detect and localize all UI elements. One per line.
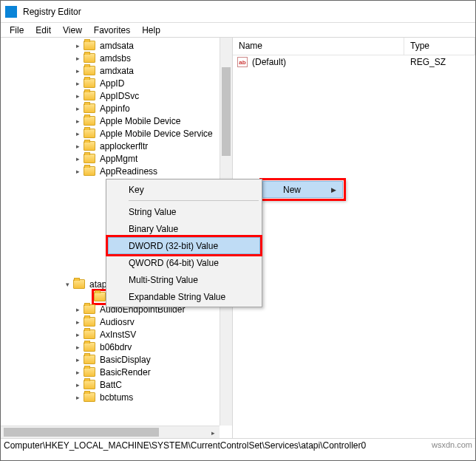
tree-item[interactable]: ▸Appinfo — [1, 102, 232, 115]
tree-item[interactable]: ▸Apple Mobile Device Service — [1, 127, 232, 140]
chevron-right-icon[interactable]: ▸ — [73, 129, 82, 138]
tree-item-label: b06bdrv — [98, 342, 133, 352]
app-icon — [5, 6, 17, 18]
folder-icon — [84, 154, 95, 163]
tree-item[interactable]: ▸BattC — [1, 378, 232, 391]
chevron-right-icon[interactable]: ▸ — [73, 355, 82, 364]
tree-item[interactable]: ▸AppReadiness — [1, 165, 232, 177]
chevron-right-icon[interactable]: ▸ — [73, 54, 82, 63]
chevron-right-icon[interactable]: ▸ — [73, 330, 82, 339]
tree-item[interactable]: ▸applockerfltr — [1, 140, 232, 152]
tree-item-label: amdxata — [98, 66, 135, 76]
tree-item-label: Apple Mobile Device Service — [98, 129, 214, 139]
tree-item-label: amdsata — [98, 41, 135, 51]
tree-item[interactable]: ▸BasicDisplay — [1, 353, 232, 366]
folder-icon — [84, 304, 95, 314]
tree-item-label: AppMgmt — [98, 154, 139, 164]
col-name[interactable]: Name — [233, 38, 404, 55]
tree-item[interactable]: ▸AppMgmt — [1, 152, 232, 165]
chevron-right-icon[interactable]: ▸ — [73, 305, 82, 314]
folder-icon — [84, 355, 95, 364]
chevron-right-icon[interactable]: ▸ — [73, 393, 82, 402]
submenu-item[interactable]: Expandable String Value — [108, 288, 260, 305]
chevron-right-icon[interactable]: ▸ — [73, 66, 82, 75]
folder-icon — [84, 392, 95, 402]
menu-edit[interactable]: Edit — [30, 24, 57, 37]
context-menu-new[interactable]: New ▶ — [262, 181, 343, 198]
col-type[interactable]: Type — [404, 38, 475, 55]
submenu-item-label: Key — [129, 185, 144, 195]
tree-item[interactable]: ▸bcbtums — [1, 391, 232, 403]
chevron-right-icon[interactable]: ▸ — [73, 380, 82, 389]
chevron-right-icon[interactable]: ▸ — [73, 154, 82, 163]
chevron-right-icon[interactable]: ▸ — [73, 79, 82, 88]
chevron-right-icon[interactable]: ▸ — [73, 92, 82, 100]
tree-item-label: AxInstSV — [98, 329, 137, 340]
submenu-item[interactable]: DWORD (32-bit) Value — [108, 237, 260, 254]
folder-icon — [84, 329, 95, 339]
list-row[interactable]: ab (Default) REG_SZ — [233, 55, 475, 69]
tree-item-label: BasicRender — [98, 367, 152, 378]
titlebar: Registry Editor — [1, 1, 475, 23]
submenu-item-label: DWORD (32-bit) Value — [129, 241, 218, 251]
tree-item[interactable]: ▸Apple Mobile Device — [1, 115, 232, 127]
tree-item[interactable]: ▸b06bdrv — [1, 341, 232, 353]
menu-favorites[interactable]: Favorites — [88, 24, 136, 37]
chevron-right-icon[interactable]: ▸ — [73, 41, 82, 50]
folder-icon — [84, 66, 95, 75]
folder-icon — [84, 53, 95, 63]
tree-item[interactable]: ▸AppID — [1, 77, 232, 89]
chevron-right-icon[interactable]: ▸ — [73, 167, 82, 176]
watermark: wsxdn.com — [432, 440, 472, 451]
tree-item[interactable]: ▸BasicRender — [1, 366, 232, 378]
tree-item[interactable]: ▸AxInstSV — [1, 328, 232, 341]
chevron-right-icon[interactable]: ▸ — [73, 104, 82, 113]
submenu-item[interactable]: QWORD (64-bit) Value — [108, 254, 260, 271]
context-menu: New ▶ — [260, 179, 345, 200]
submenu-item[interactable]: String Value — [108, 203, 260, 220]
chevron-right-icon[interactable] — [84, 293, 92, 301]
tree-item-label: BasicDisplay — [98, 355, 152, 365]
tree-scrollbar-horizontal[interactable]: ◂ ▸ — [1, 426, 220, 438]
value-name: (Default) — [252, 57, 406, 67]
chevron-right-icon[interactable]: ▸ — [73, 318, 82, 327]
string-value-icon: ab — [237, 57, 248, 67]
tree-item-label: Apple Mobile Device — [98, 116, 182, 126]
submenu-item[interactable]: Multi-String Value — [108, 271, 260, 288]
scrollbar-thumb[interactable] — [222, 67, 231, 156]
chevron-down-icon[interactable]: ▾ — [63, 280, 72, 289]
chevron-right-icon[interactable]: ▸ — [73, 343, 82, 352]
submenu-item[interactable]: Binary Value — [108, 220, 260, 237]
statusbar: Computer\HKEY_LOCAL_MACHINE\SYSTEM\Curre… — [1, 438, 475, 453]
scroll-right-icon[interactable]: ▸ — [207, 426, 220, 438]
scrollbar-thumb[interactable] — [4, 428, 159, 437]
tree-item-label: amdsbs — [98, 53, 132, 64]
folder-icon — [84, 166, 95, 176]
tree-item-label: AppReadiness — [98, 166, 159, 177]
tree-item[interactable]: ▸amdsata — [1, 39, 232, 52]
submenu-item-label: Expandable String Value — [129, 292, 225, 302]
submenu-item-label: QWORD (64-bit) Value — [129, 258, 219, 268]
tree-item-label: Audiosrv — [98, 317, 136, 327]
menu-help[interactable]: Help — [136, 24, 166, 37]
tree-item-label: BattC — [98, 380, 123, 390]
list-pane: Name Type ab (Default) REG_SZ — [233, 38, 475, 438]
submenu-item[interactable]: Key — [108, 181, 260, 198]
tree-item[interactable]: ▸amdsbs — [1, 52, 232, 64]
tree-item-label: bcbtums — [98, 392, 135, 403]
folder-icon — [84, 103, 95, 113]
chevron-right-icon[interactable]: ▸ — [73, 142, 82, 151]
folder-icon — [84, 78, 95, 88]
folder-icon — [84, 141, 95, 151]
folder-icon — [84, 41, 95, 50]
menu-file[interactable]: File — [4, 24, 30, 37]
chevron-right-icon[interactable]: ▸ — [73, 117, 82, 126]
chevron-right-icon[interactable]: ▸ — [73, 368, 82, 377]
submenu-item-label: String Value — [129, 207, 176, 217]
folder-icon — [94, 292, 106, 301]
tree-item[interactable]: ▸Audiosrv — [1, 315, 232, 328]
tree-item[interactable]: ▸amdxata — [1, 64, 232, 77]
context-menu-new-label: New — [283, 185, 301, 195]
tree-item[interactable]: ▸AppIDSvc — [1, 89, 232, 102]
menu-view[interactable]: View — [57, 24, 88, 37]
